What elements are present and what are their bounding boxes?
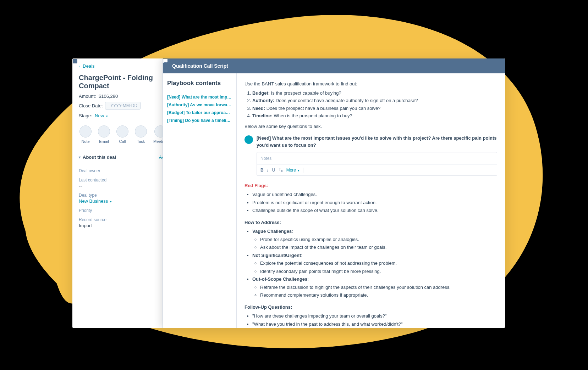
deal-owner-label: Deal owner xyxy=(79,168,164,173)
last-contacted-value: -- xyxy=(79,183,164,189)
followup-list: "How are these challenges impacting your… xyxy=(252,313,497,328)
playbook-content[interactable]: Use the BANT sales qualification framewo… xyxy=(237,73,505,328)
stage-value: New xyxy=(95,113,104,118)
about-deal-header[interactable]: ▾ About this deal Ac xyxy=(72,150,171,164)
playbook-toc: Playbook contents [Need] What are the mo… xyxy=(163,73,237,328)
question-need: [Need] What are the most important issue… xyxy=(257,135,497,148)
toc-item-authority[interactable]: [Authority] As we move forwar… xyxy=(167,101,232,109)
record-source-label: Record source xyxy=(79,217,164,222)
clear-format-button[interactable]: Tx xyxy=(279,167,282,174)
call-icon xyxy=(116,125,128,138)
note-button[interactable]: Note xyxy=(79,125,92,144)
italic-button[interactable]: I xyxy=(267,167,269,173)
bant-list: Budget: Is the prospect capable of buyin… xyxy=(252,90,497,119)
toc-item-timing[interactable]: [Timing] Do you have a timeli… xyxy=(167,117,232,124)
close-date-placeholder: YYYY-MM-DD xyxy=(110,103,137,108)
playbook-panel: Qualification Call Script Playbook conte… xyxy=(163,58,505,328)
record-source-value: Import xyxy=(79,223,164,228)
how-to-address-list: Vague Challenges: Probe for specifics us… xyxy=(252,228,497,299)
breadcrumb-deals[interactable]: Deals xyxy=(83,63,94,69)
chevron-down-icon: ▾ xyxy=(110,200,112,203)
followup-title: Follow-Up Questions: xyxy=(244,304,497,311)
about-deal-fields: Deal owner Last contacted -- Deal type N… xyxy=(72,168,171,235)
close-date-label: Close Date: xyxy=(79,103,103,108)
task-icon xyxy=(135,125,147,138)
how-to-address-title: How to Address: xyxy=(244,219,497,226)
stage-label: Stage: xyxy=(79,113,92,118)
breadcrumb[interactable]: ‹ Deals xyxy=(79,63,164,69)
last-contacted-label: Last contacted xyxy=(79,178,164,183)
below-intro: Below are some key questions to ask. xyxy=(244,123,497,130)
notes-editor[interactable]: Notes B I U Tx More ▾ xyxy=(257,152,497,176)
intro-text: Use the BANT sales qualification framewo… xyxy=(244,80,497,88)
deal-type-select[interactable]: New Business ▾ xyxy=(79,198,164,204)
red-flags-list: Vague or undefined challenges. Problem i… xyxy=(252,191,497,214)
playbook-title: Qualification Call Script xyxy=(172,63,228,69)
notes-placeholder[interactable]: Notes xyxy=(257,152,497,164)
playbook-header: Qualification Call Script xyxy=(163,58,505,73)
amount-label: Amount: xyxy=(79,94,96,99)
underline-button[interactable]: U xyxy=(272,167,275,173)
close-date-input[interactable]: YYYY-MM-DD xyxy=(105,102,141,110)
red-flags-title: Red Flags: xyxy=(244,182,497,189)
amount-row: Amount: $106,280 xyxy=(79,94,164,99)
toc-item-budget[interactable]: [Budget] To tailor our approac… xyxy=(167,109,232,117)
chevron-left-icon: ‹ xyxy=(79,64,80,68)
more-button[interactable]: More ▾ xyxy=(286,167,300,173)
deal-record-sidebar: ‹ Deals ChargePoint - Folding Compact Am… xyxy=(72,58,171,328)
toc-title: Playbook contents xyxy=(167,80,232,87)
chevron-down-icon: ▾ xyxy=(79,155,81,159)
note-icon xyxy=(79,125,92,138)
call-button[interactable]: Call xyxy=(116,125,128,144)
task-button[interactable]: Task xyxy=(135,125,147,144)
quick-actions: Note Email Call Task xyxy=(79,125,164,150)
email-button[interactable]: Email xyxy=(98,125,110,144)
chat-icon xyxy=(244,135,253,144)
email-icon xyxy=(98,125,110,138)
toc-item-need[interactable]: [Need] What are the most imp… xyxy=(167,93,232,101)
chevron-down-icon: ▾ xyxy=(106,114,108,118)
priority-label: Priority xyxy=(79,208,164,213)
stage-select[interactable]: New ▾ xyxy=(95,113,108,118)
amount-value: $106,280 xyxy=(99,94,118,99)
deal-type-label: Deal type xyxy=(79,193,164,198)
notes-toolbar: B I U Tx More ▾ xyxy=(257,164,497,175)
deal-title: ChargePoint - Folding Compact xyxy=(79,74,164,90)
about-deal-title: About this deal xyxy=(83,155,116,160)
bold-button[interactable]: B xyxy=(260,167,264,173)
